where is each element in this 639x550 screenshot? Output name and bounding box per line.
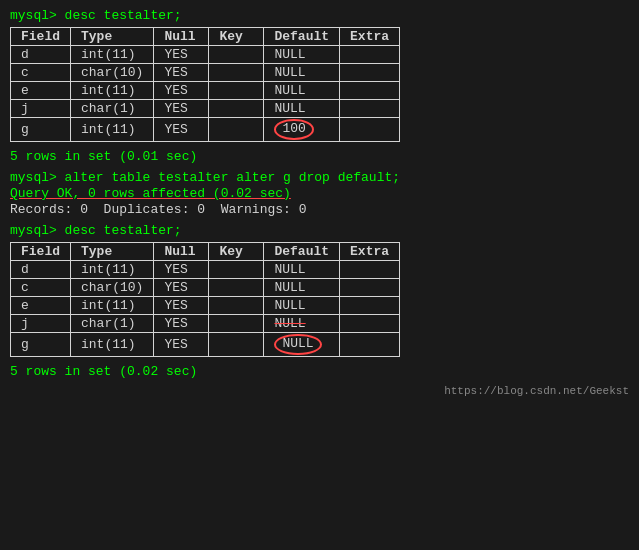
- block3: mysql> desc testalter; Field Type Null K…: [10, 223, 629, 379]
- table-row: c char(10) YES NULL: [11, 278, 400, 296]
- table-cell: YES: [154, 100, 209, 118]
- block1: mysql> desc testalter; Field Type Null K…: [10, 8, 629, 164]
- circled-null: NULL: [274, 334, 321, 355]
- table-cell: char(10): [71, 64, 154, 82]
- col-type-2: Type: [71, 242, 154, 260]
- block3-table-wrap: Field Type Null Key Default Extra d int(…: [10, 242, 400, 357]
- table-cell: int(11): [71, 332, 154, 356]
- table-cell: [209, 82, 264, 100]
- table-cell: YES: [154, 278, 209, 296]
- table-cell: YES: [154, 296, 209, 314]
- table-cell: c: [11, 64, 71, 82]
- table-cell: j: [11, 100, 71, 118]
- col-field: Field: [11, 28, 71, 46]
- table-cell: char(1): [71, 100, 154, 118]
- table-row: e int(11) YES NULL: [11, 82, 400, 100]
- table-cell: [209, 118, 264, 142]
- table-cell: e: [11, 82, 71, 100]
- table-cell: [340, 278, 400, 296]
- table-cell: char(10): [71, 278, 154, 296]
- col-default-2: Default: [264, 242, 340, 260]
- table-cell: [209, 296, 264, 314]
- table-row: c char(10) YES NULL: [11, 64, 400, 82]
- table-cell: [340, 296, 400, 314]
- table-cell: [340, 314, 400, 332]
- table-cell: d: [11, 260, 71, 278]
- block2-ok-text: Query OK, 0 rows affected (0.02 sec): [10, 186, 291, 201]
- table-cell: int(11): [71, 82, 154, 100]
- table-cell: YES: [154, 332, 209, 356]
- table-cell: [209, 260, 264, 278]
- table-cell: NULL: [264, 46, 340, 64]
- url-line: https://blog.csdn.net/Geekst: [10, 385, 629, 397]
- col-null: Null: [154, 28, 209, 46]
- block3-prompt: mysql> desc testalter;: [10, 223, 629, 238]
- col-key: Key: [209, 28, 264, 46]
- col-field-2: Field: [11, 242, 71, 260]
- block2: mysql> alter table testalter alter g dro…: [10, 170, 629, 217]
- table-cell: YES: [154, 314, 209, 332]
- table-row: d int(11) YES NULL: [11, 46, 400, 64]
- table-cell: [209, 100, 264, 118]
- table-cell: YES: [154, 260, 209, 278]
- table-cell: g: [11, 332, 71, 356]
- table-cell: d: [11, 46, 71, 64]
- table-cell: [209, 332, 264, 356]
- col-key-2: Key: [209, 242, 264, 260]
- table-cell: e: [11, 296, 71, 314]
- col-extra-2: Extra: [340, 242, 400, 260]
- table-cell: int(11): [71, 118, 154, 142]
- table-cell: [340, 118, 400, 142]
- block1-table-wrap: Field Type Null Key Default Extra d int(…: [10, 27, 400, 142]
- table-cell: NULL: [264, 332, 340, 356]
- table-cell: YES: [154, 46, 209, 64]
- block1-prompt: mysql> desc testalter;: [10, 8, 629, 23]
- table-cell: [209, 278, 264, 296]
- table-cell: [340, 64, 400, 82]
- col-extra: Extra: [340, 28, 400, 46]
- table-cell: YES: [154, 82, 209, 100]
- table-cell: [340, 260, 400, 278]
- block2-records: Records: 0 Duplicates: 0 Warnings: 0: [10, 202, 629, 217]
- block3-table: Field Type Null Key Default Extra d int(…: [10, 242, 400, 357]
- block1-table: Field Type Null Key Default Extra d int(…: [10, 27, 400, 142]
- table-cell: j: [11, 314, 71, 332]
- table-cell: YES: [154, 64, 209, 82]
- table-row: d int(11) YES NULL: [11, 260, 400, 278]
- table-cell: [340, 46, 400, 64]
- table-cell: int(11): [71, 260, 154, 278]
- circled-100: 100: [274, 119, 313, 140]
- table-row: e int(11) YES NULL: [11, 296, 400, 314]
- table-cell: [209, 314, 264, 332]
- table-row: j char(1) YES NULL: [11, 314, 400, 332]
- table-cell: c: [11, 278, 71, 296]
- table-row: j char(1) YES NULL: [11, 100, 400, 118]
- table-cell: NULL: [264, 278, 340, 296]
- block1-footer: 5 rows in set (0.01 sec): [10, 149, 629, 164]
- table-cell: char(1): [71, 314, 154, 332]
- terminal: mysql> desc testalter; Field Type Null K…: [10, 8, 629, 397]
- table-cell: int(11): [71, 296, 154, 314]
- table-cell: NULL: [264, 64, 340, 82]
- table-cell: 100: [264, 118, 340, 142]
- table-cell: NULL: [264, 296, 340, 314]
- table-cell: g: [11, 118, 71, 142]
- table-cell: NULL: [264, 260, 340, 278]
- col-type: Type: [71, 28, 154, 46]
- col-null-2: Null: [154, 242, 209, 260]
- table-row: g int(11) YES NULL: [11, 332, 400, 356]
- table-cell: [340, 332, 400, 356]
- table-cell: int(11): [71, 46, 154, 64]
- block2-prompt: mysql> alter table testalter alter g dro…: [10, 170, 629, 185]
- table-cell: [209, 46, 264, 64]
- table-row: g int(11) YES 100: [11, 118, 400, 142]
- table-cell: [209, 64, 264, 82]
- table-cell: NULL: [264, 100, 340, 118]
- table-header-row: Field Type Null Key Default Extra: [11, 28, 400, 46]
- table-cell: [340, 82, 400, 100]
- table-cell: NULL: [264, 82, 340, 100]
- table-header-row-2: Field Type Null Key Default Extra: [11, 242, 400, 260]
- block2-ok: Query OK, 0 rows affected (0.02 sec): [10, 186, 629, 201]
- block3-footer: 5 rows in set (0.02 sec): [10, 364, 629, 379]
- table-cell: YES: [154, 118, 209, 142]
